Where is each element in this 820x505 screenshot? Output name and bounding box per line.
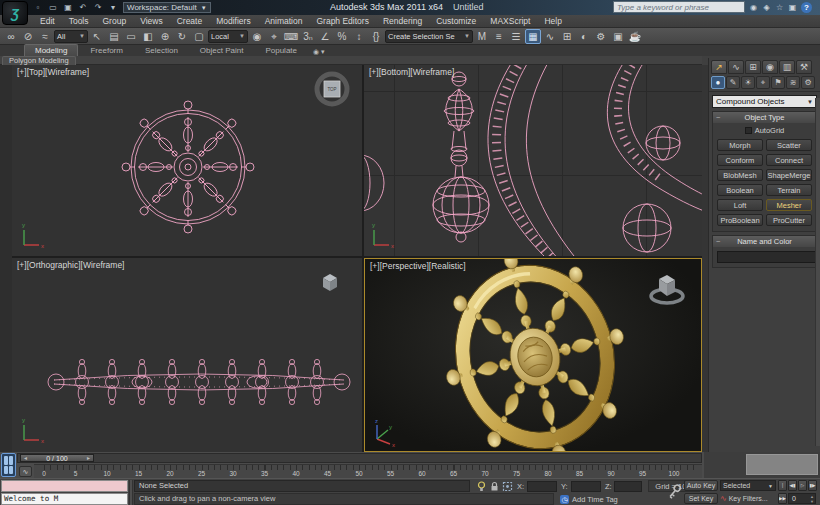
panel-tab-utilities[interactable]: ⚒ <box>796 60 812 74</box>
edit-named-selection-sets-icon[interactable]: {} <box>368 29 384 44</box>
select-by-name-icon[interactable]: ▤ <box>106 29 122 44</box>
object-type-scatter[interactable]: Scatter <box>766 139 812 151</box>
panel-tab-motion[interactable]: ◉ <box>762 60 778 74</box>
panel-tab-create[interactable]: ↗ <box>711 60 727 74</box>
object-type-morph[interactable]: Morph <box>717 139 763 151</box>
menu-animation[interactable]: Animation <box>259 15 309 27</box>
open-mini-curve-editor-button[interactable]: ∿ <box>19 466 32 477</box>
snaps-toggle-3d-icon[interactable]: 3ₙ <box>300 29 316 44</box>
project-folder-icon[interactable]: ▾ <box>107 2 119 13</box>
next-frame-button[interactable]: ▮▶ <box>808 480 817 491</box>
align-icon[interactable]: ≡ <box>491 29 507 44</box>
material-editor-icon[interactable]: ◐ <box>576 29 592 44</box>
window-crossing-toggle-icon[interactable]: ◧ <box>140 29 156 44</box>
save-file-icon[interactable]: ▣ <box>62 2 74 13</box>
select-object-icon[interactable]: ↖ <box>89 29 105 44</box>
communication-center-icon[interactable]: ▣ <box>787 2 798 13</box>
viewport-perspective[interactable]: [+][Perspective][Realistic] <box>364 258 702 452</box>
workspace-dropdown[interactable]: Workspace: Default▼ <box>123 2 211 13</box>
mirror-icon[interactable]: M <box>474 29 490 44</box>
next-frame-arrow-icon[interactable]: ► <box>86 455 91 461</box>
object-type-terrain[interactable]: Terrain <box>766 184 812 196</box>
previous-frame-button[interactable]: ◀▮ <box>788 480 797 491</box>
rendered-frame-window-icon[interactable]: ▣ <box>610 29 626 44</box>
panel-tab-modify[interactable]: ∿ <box>728 60 744 74</box>
render-setup-icon[interactable]: ⚙ <box>593 29 609 44</box>
rectangular-selection-region-icon[interactable]: ▭ <box>123 29 139 44</box>
new-scene-icon[interactable]: ▫ <box>32 2 44 13</box>
y-coord-field[interactable] <box>571 481 601 492</box>
x-coord-field[interactable] <box>527 481 557 492</box>
object-type-boolean[interactable]: Boolean <box>717 184 763 196</box>
menu-modifiers[interactable]: Modifiers <box>210 15 256 27</box>
tab-freeform[interactable]: Freeform <box>80 45 132 56</box>
percent-snap-toggle-icon[interactable]: % <box>334 29 350 44</box>
infocenter-search-input[interactable] <box>613 1 745 13</box>
object-type-shapemerge[interactable]: ShapeMerge <box>766 169 812 181</box>
maxscript-mini-listener[interactable]: Welcome to M <box>0 480 129 505</box>
set-keys-key-icon[interactable] <box>666 483 682 501</box>
angle-snap-toggle-icon[interactable]: ∠ <box>317 29 333 44</box>
maxscript-macro-recorder-pane[interactable] <box>1 480 128 492</box>
tab-modeling[interactable]: Modeling <box>24 44 78 56</box>
category-shapes[interactable]: ✎ <box>726 76 740 89</box>
viewport-orthographic[interactable]: [+][Orthographic][Wireframe] <box>12 258 362 452</box>
set-key-button[interactable]: Set Key <box>684 493 718 504</box>
category-geometry[interactable]: ● <box>711 76 725 89</box>
object-type-procutter[interactable]: ProCutter <box>766 214 812 226</box>
menu-views[interactable]: Views <box>134 15 169 27</box>
play-button[interactable]: ▷ <box>798 480 807 491</box>
help-icon[interactable]: ? <box>801 2 812 13</box>
select-and-rotate-icon[interactable]: ↻ <box>174 29 190 44</box>
unlink-selection-icon[interactable]: ⊘ <box>20 29 36 44</box>
reference-coordinate-system-dropdown[interactable]: Local▼ <box>208 30 248 43</box>
ribbon-overflow-icon[interactable]: ◉ ▾ <box>313 48 325 56</box>
autogrid-checkbox[interactable] <box>745 127 752 134</box>
previous-frame-arrow-icon[interactable]: ◄ <box>23 455 28 461</box>
time-slider-handle[interactable]: ◄ 0 / 100 ► <box>20 454 94 462</box>
use-pivot-point-center-icon[interactable]: ◉ <box>249 29 265 44</box>
category-helpers[interactable]: ⚑ <box>771 76 785 89</box>
schematic-view-icon[interactable]: ⊞ <box>559 29 575 44</box>
open-file-icon[interactable]: ▭ <box>47 2 59 13</box>
viewport-perspective-label[interactable]: [+][Perspective][Realistic] <box>370 261 466 271</box>
auto-key-button[interactable]: Auto Key <box>684 480 718 491</box>
z-coord-field[interactable] <box>614 481 642 492</box>
isolate-selection-icon[interactable] <box>476 481 487 492</box>
selection-lock-icon[interactable] <box>489 481 500 492</box>
absolute-relative-coords-icon[interactable] <box>502 481 513 492</box>
select-and-move-icon[interactable]: ⊕ <box>157 29 173 44</box>
frame-spinner[interactable]: ▲▼ <box>810 494 814 504</box>
object-type-loft[interactable]: Loft <box>717 199 763 211</box>
viewport-bottom[interactable]: [+][Bottom][Wireframe] <box>364 65 702 256</box>
tab-selection[interactable]: Selection <box>135 45 188 56</box>
object-name-field[interactable] <box>717 251 820 263</box>
go-to-start-button[interactable]: |◀◀ <box>778 480 787 491</box>
select-and-scale-icon[interactable]: ▢ <box>191 29 207 44</box>
tab-object-paint[interactable]: Object Paint <box>190 45 254 56</box>
search-communities-icon[interactable]: ◉ <box>748 2 759 13</box>
selection-set-keying-dropdown[interactable]: Selected▼ <box>720 480 776 491</box>
curve-editor-icon[interactable]: ∿ <box>542 29 558 44</box>
graphite-modeling-tools-icon[interactable]: ▦ <box>525 29 541 44</box>
menu-edit[interactable]: Edit <box>34 15 61 27</box>
default-in-out-tangents-icon[interactable]: ∿ <box>720 494 727 503</box>
select-and-manipulate-icon[interactable]: ⌖ <box>266 29 282 44</box>
category-cameras[interactable]: ⌖ <box>756 76 770 89</box>
menu-graph-editors[interactable]: Graph Editors <box>310 15 374 27</box>
category-space-warps[interactable]: ≋ <box>786 76 800 89</box>
object-type-proboolean[interactable]: ProBoolean <box>717 214 763 226</box>
current-frame-field[interactable]: 0 ▲▼ <box>788 493 816 504</box>
maxscript-listener-pane[interactable]: Welcome to M <box>1 493 128 505</box>
panel-scroll-edge[interactable] <box>815 98 820 446</box>
viewport-top[interactable]: [+][Top][Wireframe] <box>12 65 362 256</box>
track-bar-ruler[interactable]: 0510152025303540455055606570758085909510… <box>34 464 702 478</box>
panel-tab-hierarchy[interactable]: ⊞ <box>745 60 761 74</box>
menu-customize[interactable]: Customize <box>430 15 482 27</box>
viewport-bottom-label[interactable]: [+][Bottom][Wireframe] <box>369 67 454 77</box>
named-selection-set-dropdown[interactable]: Create Selection Se▼ <box>385 30 473 43</box>
add-time-tag[interactable]: ◷ Add Time Tag <box>560 493 618 505</box>
time-slider-track[interactable]: ◄ 0 / 100 ► <box>17 453 702 463</box>
viewport-top-label[interactable]: [+][Top][Wireframe] <box>17 67 89 77</box>
listener-splitter[interactable] <box>129 480 133 505</box>
